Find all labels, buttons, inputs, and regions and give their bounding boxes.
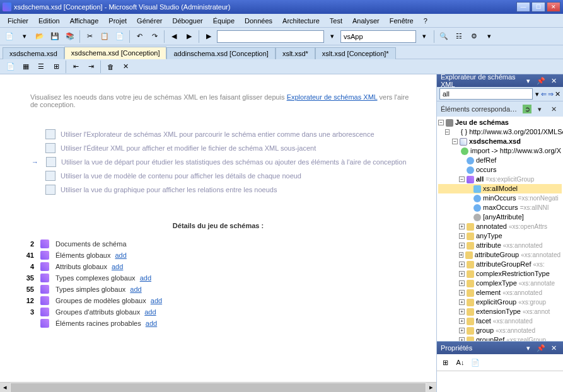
add-link[interactable]: add	[140, 274, 151, 282]
expand-button[interactable]: +	[459, 252, 463, 258]
add-link[interactable]: add	[151, 297, 162, 304]
tree-row[interactable]: import -> http://www.w3.org/X	[438, 146, 562, 156]
add-link[interactable]: add	[130, 285, 141, 293]
option-content-model[interactable]: Utiliser la vue de modèle de contenu pou…	[32, 169, 417, 183]
tab-xslt-conception[interactable]: xslt.xsd [Conception]*	[315, 47, 396, 59]
search-clear-button[interactable]: ✕	[555, 88, 560, 100]
props-close-button[interactable]: ✕	[548, 342, 559, 354]
tree-row[interactable]: + element «xs:annotated	[438, 288, 562, 297]
tree-row[interactable]: − xsdschema.xsd	[438, 137, 562, 146]
tree-row[interactable]: + extensionType «xs:annot	[438, 307, 562, 316]
menu-test[interactable]: Test	[325, 16, 347, 26]
tree-row[interactable]: + explicitGroup «xs:group	[438, 297, 562, 307]
menu-edition[interactable]: Edition	[33, 16, 65, 26]
collapse-button[interactable]: −	[452, 139, 458, 144]
tree-row[interactable]: + attributeGroup «xs:annotated	[438, 250, 562, 260]
add-to-workspace-button[interactable]: ➲	[523, 105, 531, 113]
menu-deboguer[interactable]: Déboguer	[167, 16, 207, 26]
search-dropdown-button[interactable]: ▾	[534, 88, 540, 100]
undo-button[interactable]: ↶	[132, 30, 146, 43]
menu-donnees[interactable]: Données	[240, 16, 277, 26]
collapse-button[interactable]: −	[438, 120, 444, 125]
expand-button[interactable]: +	[459, 328, 465, 333]
tab-xsdschema-conception[interactable]: xsdschema.xsd [Conception]	[64, 47, 167, 59]
expand-button[interactable]: +	[459, 271, 465, 277]
props-dropdown-button[interactable]: ▾	[523, 342, 534, 354]
new-project-button[interactable]: 📄	[3, 30, 16, 43]
nav-fwd-button[interactable]: ▶	[182, 30, 196, 43]
tab-xsdschema[interactable]: xsdschema.xsd	[3, 47, 64, 59]
tree-row[interactable]: + facet «xs:annotated	[438, 316, 562, 326]
results-close-button[interactable]: ✕	[548, 103, 559, 115]
minimize-button[interactable]: —	[516, 2, 530, 12]
menu-fenetre[interactable]: Fenêtre	[385, 16, 419, 26]
ltr-button[interactable]: ⇤	[69, 60, 83, 74]
tree-row[interactable]: − all =xs:explicitGroup	[438, 175, 562, 184]
tree-row[interactable]: occurs	[438, 165, 562, 175]
tools-button[interactable]: ⚙	[467, 30, 481, 43]
solution-config-dropdown[interactable]: ▾	[325, 30, 339, 43]
menu-analyser[interactable]: Analyser	[347, 16, 385, 26]
expand-button[interactable]: +	[459, 280, 465, 286]
layers-button[interactable]: ☷	[452, 30, 466, 43]
menu-projet[interactable]: Projet	[103, 16, 132, 26]
clear-button[interactable]: 🗑	[103, 60, 117, 74]
redo-button[interactable]: ↷	[148, 30, 161, 43]
tree-row[interactable]: + complexType «xs:annotate	[438, 279, 562, 288]
find-button[interactable]: 🔍	[437, 30, 451, 43]
menu-generer[interactable]: Générer	[132, 16, 167, 26]
extra-button[interactable]: ▾	[482, 30, 496, 43]
option-explorer[interactable]: Utiliser l'Explorateur de schémas XML po…	[32, 127, 417, 141]
props-pages-button[interactable]: 📄	[468, 355, 482, 369]
expand-button[interactable]: +	[459, 243, 465, 248]
menu-fichier[interactable]: Fichier	[3, 16, 33, 26]
view-xml-button[interactable]: 📄	[4, 60, 18, 74]
tree-row[interactable]: minOccurs =xs:nonNegati	[438, 193, 562, 203]
pin-icon[interactable]: 📌	[535, 75, 547, 86]
cut-button[interactable]: ✂	[83, 30, 96, 43]
tree-row[interactable]: − Jeu de schémas	[438, 118, 562, 127]
expand-button[interactable]: +	[459, 262, 465, 267]
remove-button[interactable]: ✕	[119, 60, 132, 74]
solution-platform-dropdown[interactable]: ▾	[417, 30, 431, 43]
collapse-button[interactable]: −	[459, 176, 465, 182]
tree-row[interactable]: + anyType	[438, 231, 562, 241]
tree-row[interactable]: + groupRef «xs:realGroup	[438, 335, 562, 341]
horizontal-scrollbar[interactable]: ◂ ▸	[0, 382, 436, 392]
tree-row[interactable]: − { } http://www.w3.org/2001/XMLSchema	[438, 127, 562, 137]
results-dropdown-button[interactable]: ▾	[534, 103, 545, 115]
tree-row[interactable]: defRef	[438, 156, 562, 165]
maximize-button[interactable]: ☐	[531, 2, 545, 12]
collapse-button[interactable]: −	[445, 129, 450, 135]
tab-xslt[interactable]: xslt.xsd*	[276, 47, 315, 59]
close-button[interactable]: ✕	[547, 2, 560, 12]
solution-config-combo[interactable]	[217, 30, 324, 43]
tree-row[interactable]: + annotated «xs:openAttrs	[438, 222, 562, 231]
option-start-view[interactable]: Utiliser la vue de départ pour étudier l…	[32, 155, 417, 169]
pane-dropdown-button[interactable]: ▾	[523, 75, 534, 86]
search-next-button[interactable]: ⇒	[548, 88, 554, 100]
menu-equipe[interactable]: Équipe	[208, 16, 240, 26]
tree-row[interactable]: + attributeGroupRef «xs:	[438, 260, 562, 269]
tree-row[interactable]: + group «xs:annotated	[438, 326, 562, 335]
nav-back-button[interactable]: ◀	[167, 30, 181, 43]
menu-help[interactable]: ?	[419, 16, 432, 26]
view-content-button[interactable]: ☰	[34, 60, 48, 74]
new-item-button[interactable]: ▾	[18, 30, 32, 43]
search-prev-button[interactable]: ⇐	[541, 88, 547, 100]
tree-row[interactable]: xs:allModel	[438, 184, 562, 193]
expand-button[interactable]: +	[459, 299, 465, 305]
add-link[interactable]: add	[144, 308, 156, 316]
tree-row[interactable]: + complexRestrictionType	[438, 269, 562, 279]
tree-row[interactable]: + attribute «xs:annotated	[438, 241, 562, 250]
tab-addinschema-conception[interactable]: addinschema.xsd [Conception]	[166, 47, 275, 59]
close-pane-button[interactable]: ✕	[548, 75, 559, 86]
start-debug-button[interactable]: ▶	[202, 30, 216, 43]
paste-button[interactable]: 📄	[113, 30, 127, 43]
solution-platform-combo[interactable]: vsApp	[340, 30, 416, 43]
add-link[interactable]: add	[112, 263, 123, 270]
option-xml-editor[interactable]: Utiliser l'Éditeur XML pour afficher et …	[32, 141, 417, 155]
option-graph[interactable]: Utiliser la vue du graphique pour affich…	[32, 183, 417, 197]
add-link[interactable]: add	[146, 320, 157, 327]
open-button[interactable]: 📂	[33, 30, 47, 43]
